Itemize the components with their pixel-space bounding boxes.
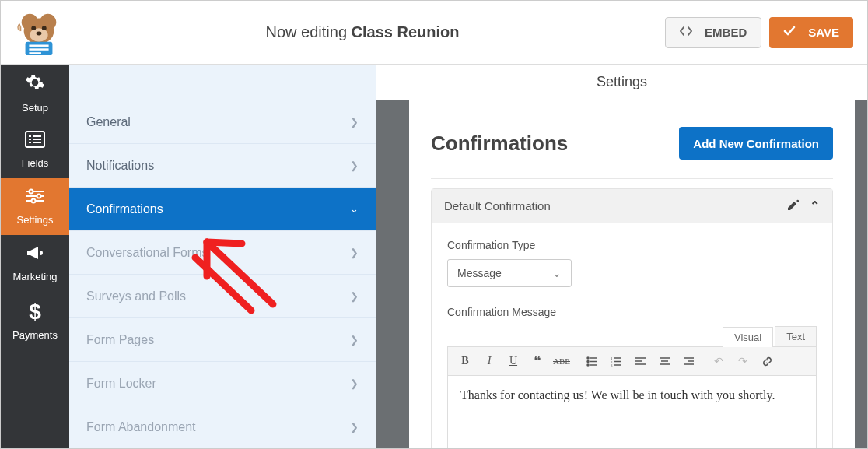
undo-button[interactable]: ↶: [708, 350, 730, 372]
add-confirmation-button[interactable]: Add New Confirmation: [679, 127, 833, 160]
submenu-item-conversational-forms[interactable]: Conversational Forms ❯: [69, 231, 376, 275]
svg-point-19: [30, 190, 33, 194]
editor-toolbar: B I U ❝ ABE 123 ↶: [447, 346, 817, 376]
type-label: Confirmation Type: [447, 239, 817, 251]
app-logo: [15, 9, 63, 57]
svg-point-26: [587, 360, 589, 362]
settings-header: Settings: [376, 65, 867, 100]
code-icon: [680, 26, 698, 39]
quote-button[interactable]: ❝: [527, 350, 548, 372]
check-icon: [783, 26, 802, 39]
save-button[interactable]: SAVE: [769, 17, 853, 48]
rail-item-setup[interactable]: Setup: [1, 65, 69, 121]
svg-point-6: [37, 31, 42, 35]
rail-item-payments[interactable]: $ Payments: [1, 292, 69, 349]
italic-button[interactable]: I: [478, 350, 500, 372]
svg-rect-15: [33, 139, 41, 140]
svg-rect-10: [29, 52, 41, 54]
collapse-icon[interactable]: ⌃: [810, 198, 820, 213]
main-area: Settings Confirmations Add New Confirmat…: [376, 65, 867, 448]
message-editor[interactable]: Thanks for contacting us! We will be in …: [447, 376, 817, 448]
list-icon: [25, 131, 45, 153]
sliders-icon: [25, 188, 45, 209]
svg-rect-17: [33, 142, 41, 143]
confirmations-panel: Confirmations Add New Confirmation Defau…: [409, 100, 855, 448]
svg-rect-12: [29, 135, 31, 137]
app-frame: Now editing Class Reunion EMBED SAVE Set…: [0, 0, 868, 449]
content-area: Setup Fields Settings Marketing: [1, 65, 867, 448]
rail-item-fields[interactable]: Fields: [1, 121, 69, 178]
submenu-item-confirmations[interactable]: Confirmations ⌄: [69, 188, 376, 231]
svg-point-23: [32, 199, 36, 203]
svg-point-24: [587, 357, 589, 359]
align-right-button[interactable]: [677, 350, 699, 372]
tab-text[interactable]: Text: [775, 326, 817, 346]
embed-button[interactable]: EMBED: [665, 17, 761, 48]
tab-visual[interactable]: Visual: [723, 327, 773, 347]
card-title: Default Confirmation: [444, 199, 551, 212]
bold-button[interactable]: B: [454, 350, 476, 372]
align-center-button[interactable]: [653, 350, 675, 372]
svg-rect-9: [29, 48, 48, 50]
submenu-item-form-abandonment[interactable]: Form Abandonment ❯: [69, 405, 376, 449]
chevron-down-icon: ⌄: [350, 203, 359, 215]
chevron-right-icon: ❯: [350, 116, 359, 128]
edit-icon[interactable]: [788, 199, 799, 212]
confirmation-type-select[interactable]: Message ⌄: [447, 259, 572, 287]
svg-text:3: 3: [611, 363, 613, 367]
bullet-list-button[interactable]: [581, 350, 603, 372]
submenu-item-form-pages[interactable]: Form Pages ❯: [69, 318, 376, 362]
card-header: Default Confirmation ⌃: [432, 189, 832, 223]
settings-submenu: General ❯ Notifications ❯ Confirmations …: [69, 65, 376, 448]
dollar-icon: $: [29, 300, 41, 324]
svg-point-21: [37, 195, 41, 198]
chevron-right-icon: ❯: [350, 334, 359, 346]
submenu-item-notifications[interactable]: Notifications ❯: [69, 144, 376, 188]
svg-point-4: [31, 26, 36, 30]
submenu-item-general[interactable]: General ❯: [69, 100, 376, 144]
svg-rect-14: [29, 139, 31, 140]
svg-point-28: [587, 364, 589, 366]
message-label: Confirmation Message: [447, 306, 817, 318]
strikethrough-button[interactable]: ABE: [551, 350, 572, 372]
rail-item-settings[interactable]: Settings: [1, 178, 69, 235]
form-name: Class Reunion: [352, 23, 460, 40]
chevron-right-icon: ❯: [350, 421, 359, 433]
submenu-item-form-locker[interactable]: Form Locker ❯: [69, 362, 376, 405]
chevron-right-icon: ❯: [350, 290, 359, 302]
svg-rect-16: [29, 142, 31, 143]
form-title: Now editing Class Reunion: [68, 23, 657, 41]
redo-button[interactable]: ↷: [732, 350, 754, 372]
underline-button[interactable]: U: [502, 350, 524, 372]
chevron-right-icon: ❯: [350, 160, 359, 171]
chevron-right-icon: ❯: [350, 377, 359, 389]
chevron-down-icon: ⌄: [552, 267, 562, 279]
svg-point-5: [42, 26, 47, 30]
panel-title: Confirmations: [431, 132, 568, 156]
bullhorn-icon: [25, 244, 45, 266]
gear-icon: [25, 72, 45, 97]
top-bar: Now editing Class Reunion EMBED SAVE: [1, 1, 867, 65]
rail-item-marketing[interactable]: Marketing: [1, 235, 69, 292]
left-nav-rail: Setup Fields Settings Marketing: [1, 65, 69, 448]
numbered-list-button[interactable]: 123: [605, 350, 627, 372]
confirmation-card: Default Confirmation ⌃ Confirmation Type…: [431, 188, 833, 448]
editing-prefix: Now editing: [266, 23, 352, 40]
submenu-item-surveys[interactable]: Surveys and Polls ❯: [69, 275, 376, 318]
align-left-button[interactable]: [629, 350, 651, 372]
svg-rect-13: [33, 135, 41, 137]
link-button[interactable]: [756, 350, 778, 372]
editor-tabs: Visual Text: [447, 326, 817, 346]
svg-rect-8: [29, 44, 48, 46]
chevron-right-icon: ❯: [350, 247, 359, 258]
